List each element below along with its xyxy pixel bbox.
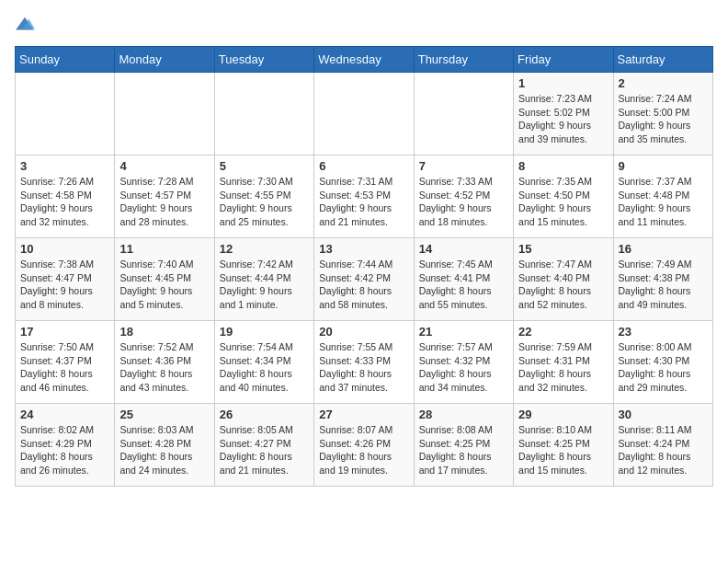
day-number: 16 xyxy=(619,242,708,256)
weekday-header-thursday: Thursday xyxy=(414,47,513,73)
day-info: Sunrise: 7:24 AM Sunset: 5:00 PM Dayligh… xyxy=(619,92,708,146)
calendar: SundayMondayTuesdayWednesdayThursdayFrid… xyxy=(15,46,713,487)
calendar-cell: 15Sunrise: 7:47 AM Sunset: 4:40 PM Dayli… xyxy=(514,238,613,321)
day-info: Sunrise: 7:33 AM Sunset: 4:52 PM Dayligh… xyxy=(419,175,508,229)
day-number: 26 xyxy=(220,408,309,421)
weekday-header-sunday: Sunday xyxy=(16,47,115,73)
calendar-cell: 7Sunrise: 7:33 AM Sunset: 4:52 PM Daylig… xyxy=(414,155,513,238)
weekday-header-saturday: Saturday xyxy=(613,47,712,73)
calendar-week-5: 24Sunrise: 8:02 AM Sunset: 4:29 PM Dayli… xyxy=(16,404,713,487)
day-number: 18 xyxy=(119,325,209,339)
calendar-week-4: 17Sunrise: 7:50 AM Sunset: 4:37 PM Dayli… xyxy=(16,321,713,404)
day-info: Sunrise: 8:08 AM Sunset: 4:25 PM Dayligh… xyxy=(419,423,508,477)
calendar-cell: 27Sunrise: 8:07 AM Sunset: 4:26 PM Dayli… xyxy=(314,404,414,487)
calendar-cell: 9Sunrise: 7:37 AM Sunset: 4:48 PM Daylig… xyxy=(613,155,712,238)
day-number: 12 xyxy=(220,242,309,256)
day-number: 13 xyxy=(319,242,408,256)
calendar-week-3: 10Sunrise: 7:38 AM Sunset: 4:47 PM Dayli… xyxy=(16,238,713,321)
day-number: 25 xyxy=(119,408,209,421)
day-info: Sunrise: 7:37 AM Sunset: 4:48 PM Dayligh… xyxy=(619,175,708,229)
calendar-cell: 21Sunrise: 7:57 AM Sunset: 4:32 PM Dayli… xyxy=(414,321,513,404)
day-number: 27 xyxy=(319,408,408,421)
calendar-cell: 1Sunrise: 7:23 AM Sunset: 5:02 PM Daylig… xyxy=(514,73,613,155)
weekday-header-friday: Friday xyxy=(514,47,613,73)
calendar-cell: 22Sunrise: 7:59 AM Sunset: 4:31 PM Dayli… xyxy=(514,321,613,404)
calendar-cell: 17Sunrise: 7:50 AM Sunset: 4:37 PM Dayli… xyxy=(16,321,115,404)
day-info: Sunrise: 8:00 AM Sunset: 4:30 PM Dayligh… xyxy=(619,340,708,395)
day-number: 29 xyxy=(518,408,608,421)
day-info: Sunrise: 7:26 AM Sunset: 4:58 PM Dayligh… xyxy=(20,175,109,229)
day-number: 7 xyxy=(419,159,508,173)
calendar-cell: 20Sunrise: 7:55 AM Sunset: 4:33 PM Dayli… xyxy=(314,321,414,404)
weekday-header-monday: Monday xyxy=(115,47,214,73)
day-info: Sunrise: 8:10 AM Sunset: 4:25 PM Dayligh… xyxy=(518,423,608,477)
day-info: Sunrise: 7:59 AM Sunset: 4:31 PM Dayligh… xyxy=(518,340,608,395)
calendar-cell xyxy=(214,73,313,155)
day-info: Sunrise: 7:50 AM Sunset: 4:37 PM Dayligh… xyxy=(20,340,109,395)
calendar-cell: 28Sunrise: 8:08 AM Sunset: 4:25 PM Dayli… xyxy=(414,404,513,487)
day-info: Sunrise: 7:49 AM Sunset: 4:38 PM Dayligh… xyxy=(619,258,708,312)
calendar-cell: 2Sunrise: 7:24 AM Sunset: 5:00 PM Daylig… xyxy=(613,73,712,155)
calendar-cell: 13Sunrise: 7:44 AM Sunset: 4:42 PM Dayli… xyxy=(314,238,414,321)
weekday-header-wednesday: Wednesday xyxy=(314,47,414,73)
calendar-header: SundayMondayTuesdayWednesdayThursdayFrid… xyxy=(16,47,713,73)
calendar-week-1: 1Sunrise: 7:23 AM Sunset: 5:02 PM Daylig… xyxy=(16,73,713,155)
day-number: 17 xyxy=(20,325,109,339)
day-info: Sunrise: 7:38 AM Sunset: 4:47 PM Dayligh… xyxy=(20,258,109,312)
day-number: 19 xyxy=(220,325,309,339)
calendar-cell: 29Sunrise: 8:10 AM Sunset: 4:25 PM Dayli… xyxy=(514,404,613,487)
calendar-body: 1Sunrise: 7:23 AM Sunset: 5:02 PM Daylig… xyxy=(16,73,713,487)
day-info: Sunrise: 7:30 AM Sunset: 4:55 PM Dayligh… xyxy=(220,175,309,229)
day-info: Sunrise: 7:40 AM Sunset: 4:45 PM Dayligh… xyxy=(119,258,209,312)
day-number: 15 xyxy=(518,242,608,256)
calendar-cell: 5Sunrise: 7:30 AM Sunset: 4:55 PM Daylig… xyxy=(214,155,313,238)
calendar-cell: 6Sunrise: 7:31 AM Sunset: 4:53 PM Daylig… xyxy=(314,155,414,238)
calendar-week-2: 3Sunrise: 7:26 AM Sunset: 4:58 PM Daylig… xyxy=(16,155,713,238)
day-info: Sunrise: 8:11 AM Sunset: 4:24 PM Dayligh… xyxy=(619,423,708,477)
day-number: 11 xyxy=(119,242,209,256)
calendar-cell: 26Sunrise: 8:05 AM Sunset: 4:27 PM Dayli… xyxy=(214,404,313,487)
calendar-cell: 11Sunrise: 7:40 AM Sunset: 4:45 PM Dayli… xyxy=(115,238,214,321)
day-info: Sunrise: 7:28 AM Sunset: 4:57 PM Dayligh… xyxy=(119,175,209,229)
day-info: Sunrise: 8:05 AM Sunset: 4:27 PM Dayligh… xyxy=(220,423,309,477)
calendar-cell: 19Sunrise: 7:54 AM Sunset: 4:34 PM Dayli… xyxy=(214,321,313,404)
day-number: 23 xyxy=(619,325,708,339)
day-info: Sunrise: 8:07 AM Sunset: 4:26 PM Dayligh… xyxy=(319,423,408,477)
calendar-cell: 18Sunrise: 7:52 AM Sunset: 4:36 PM Dayli… xyxy=(115,321,214,404)
day-number: 22 xyxy=(518,325,608,339)
calendar-cell: 16Sunrise: 7:49 AM Sunset: 4:38 PM Dayli… xyxy=(613,238,712,321)
calendar-cell: 25Sunrise: 8:03 AM Sunset: 4:28 PM Dayli… xyxy=(115,404,214,487)
day-info: Sunrise: 7:47 AM Sunset: 4:40 PM Dayligh… xyxy=(518,258,608,312)
day-number: 14 xyxy=(419,242,508,256)
day-info: Sunrise: 7:57 AM Sunset: 4:32 PM Dayligh… xyxy=(419,340,508,395)
calendar-cell xyxy=(314,73,414,155)
day-info: Sunrise: 7:42 AM Sunset: 4:44 PM Dayligh… xyxy=(220,258,309,312)
calendar-cell: 10Sunrise: 7:38 AM Sunset: 4:47 PM Dayli… xyxy=(16,238,115,321)
day-number: 5 xyxy=(220,159,309,173)
calendar-cell: 24Sunrise: 8:02 AM Sunset: 4:29 PM Dayli… xyxy=(16,404,115,487)
day-number: 1 xyxy=(518,76,608,90)
day-number: 30 xyxy=(619,408,708,421)
day-info: Sunrise: 7:44 AM Sunset: 4:42 PM Dayligh… xyxy=(319,258,408,312)
calendar-cell: 4Sunrise: 7:28 AM Sunset: 4:57 PM Daylig… xyxy=(115,155,214,238)
calendar-cell: 14Sunrise: 7:45 AM Sunset: 4:41 PM Dayli… xyxy=(414,238,513,321)
calendar-cell xyxy=(115,73,214,155)
calendar-cell: 8Sunrise: 7:35 AM Sunset: 4:50 PM Daylig… xyxy=(514,155,613,238)
day-number: 24 xyxy=(20,408,109,421)
day-number: 9 xyxy=(619,159,708,173)
day-info: Sunrise: 7:52 AM Sunset: 4:36 PM Dayligh… xyxy=(119,340,209,395)
calendar-cell xyxy=(16,73,115,155)
calendar-cell: 3Sunrise: 7:26 AM Sunset: 4:58 PM Daylig… xyxy=(16,155,115,238)
calendar-cell xyxy=(414,73,513,155)
logo xyxy=(15,15,39,35)
day-number: 20 xyxy=(319,325,408,339)
day-number: 4 xyxy=(119,159,209,173)
day-number: 21 xyxy=(419,325,508,339)
day-number: 2 xyxy=(619,76,708,90)
day-info: Sunrise: 7:54 AM Sunset: 4:34 PM Dayligh… xyxy=(220,340,309,395)
day-number: 6 xyxy=(319,159,408,173)
day-info: Sunrise: 8:03 AM Sunset: 4:28 PM Dayligh… xyxy=(119,423,209,477)
weekday-header-tuesday: Tuesday xyxy=(214,47,313,73)
day-info: Sunrise: 7:35 AM Sunset: 4:50 PM Dayligh… xyxy=(518,175,608,229)
day-info: Sunrise: 7:31 AM Sunset: 4:53 PM Dayligh… xyxy=(319,175,408,229)
